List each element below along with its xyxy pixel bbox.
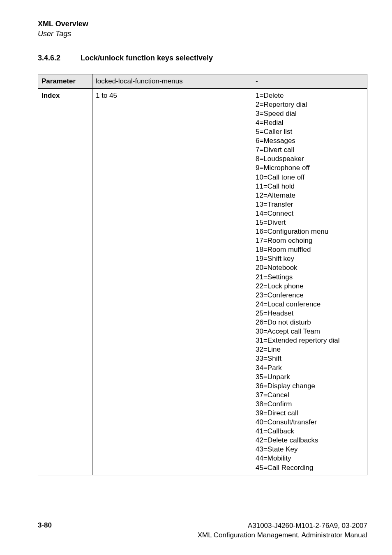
doc-number: A31003-J4260-M101-2-76A9, 03-2007 bbox=[198, 521, 367, 531]
option-item: 32=Line bbox=[256, 345, 364, 354]
page: XML Overview User Tags 3.4.6.2Lock/unloc… bbox=[0, 0, 392, 555]
option-item: 2=Repertory dial bbox=[256, 100, 364, 109]
header-subtitle: User Tags bbox=[38, 30, 367, 38]
option-item: 16=Configuration menu bbox=[256, 227, 364, 236]
option-item: 45=Call Recording bbox=[256, 463, 364, 472]
option-item: 35=Unpark bbox=[256, 373, 364, 382]
option-item: 19=Shift key bbox=[256, 254, 364, 263]
option-item: 37=Cancel bbox=[256, 391, 364, 400]
section-heading: 3.4.6.2Lock/unlock function keys selecti… bbox=[38, 54, 367, 62]
option-item: 34=Park bbox=[256, 364, 364, 373]
cell-index-label: Index bbox=[38, 88, 92, 475]
option-item: 36=Display change bbox=[256, 382, 364, 391]
option-item: 22=Lock phone bbox=[256, 282, 364, 291]
option-item: 9=Microphone off bbox=[256, 164, 364, 173]
option-item: 7=Divert call bbox=[256, 145, 364, 154]
cell-index-options: 1=Delete2=Repertory dial3=Speed dial4=Re… bbox=[252, 88, 367, 475]
option-item: 8=Loudspeaker bbox=[256, 154, 364, 164]
option-item: 15=Divert bbox=[256, 218, 364, 227]
option-item: 39=Direct call bbox=[256, 409, 364, 418]
option-item: 20=Notebook bbox=[256, 263, 364, 272]
option-item: 25=Headset bbox=[256, 309, 364, 318]
option-item: 38=Confirm bbox=[256, 400, 364, 409]
page-number: 3-80 bbox=[38, 521, 52, 530]
option-item: 6=Messages bbox=[256, 136, 364, 145]
option-item: 33=Shift bbox=[256, 354, 364, 363]
option-item: 26=Do not disturb bbox=[256, 318, 364, 327]
option-item: 21=Settings bbox=[256, 273, 364, 282]
option-item: 43=State Key bbox=[256, 445, 364, 454]
option-item: 23=Conference bbox=[256, 291, 364, 300]
option-item: 1=Delete bbox=[256, 91, 364, 100]
table-row: Parameter locked-local-function-menus - bbox=[38, 74, 367, 88]
option-item: 44=Mobility bbox=[256, 454, 364, 463]
option-item: 10=Call tone off bbox=[256, 173, 364, 182]
option-item: 17=Room echoing bbox=[256, 236, 364, 245]
section-number: 3.4.6.2 bbox=[38, 54, 81, 62]
cell-index-value: 1 to 45 bbox=[92, 88, 252, 475]
option-item: 5=Caller list bbox=[256, 127, 364, 136]
cell-parameter-label: Parameter bbox=[38, 74, 92, 88]
table-row: Index 1 to 45 1=Delete2=Repertory dial3=… bbox=[38, 88, 367, 475]
option-item: 12=Alternate bbox=[256, 191, 364, 200]
option-item: 14=Connect bbox=[256, 209, 364, 218]
option-item: 41=Callback bbox=[256, 427, 364, 436]
option-item: 13=Transfer bbox=[256, 200, 364, 209]
cell-parameter-extra: - bbox=[252, 74, 367, 88]
footer: 3-80 A31003-J4260-M101-2-76A9, 03-2007 X… bbox=[38, 521, 367, 540]
options-list: 1=Delete2=Repertory dial3=Speed dial4=Re… bbox=[256, 91, 364, 472]
option-item: 18=Room muffled bbox=[256, 245, 364, 254]
header-title: XML Overview bbox=[38, 20, 367, 29]
section-title: Lock/unlock function keys selectively bbox=[81, 54, 213, 62]
footer-right: A31003-J4260-M101-2-76A9, 03-2007 XML Co… bbox=[198, 521, 367, 540]
option-item: 42=Delete callbacks bbox=[256, 436, 364, 445]
doc-title: XML Configuration Management, Administra… bbox=[198, 531, 367, 540]
option-item: 24=Local conference bbox=[256, 300, 364, 309]
option-item: 4=Redial bbox=[256, 118, 364, 127]
parameter-table: Parameter locked-local-function-menus - … bbox=[38, 74, 367, 475]
option-item: 40=Consult/transfer bbox=[256, 418, 364, 427]
option-item: 31=Extended repertory dial bbox=[256, 336, 364, 345]
option-item: 3=Speed dial bbox=[256, 109, 364, 118]
cell-parameter-value: locked-local-function-menus bbox=[92, 74, 252, 88]
option-item: 11=Call hold bbox=[256, 182, 364, 191]
option-item: 30=Accept call Team bbox=[256, 327, 364, 336]
